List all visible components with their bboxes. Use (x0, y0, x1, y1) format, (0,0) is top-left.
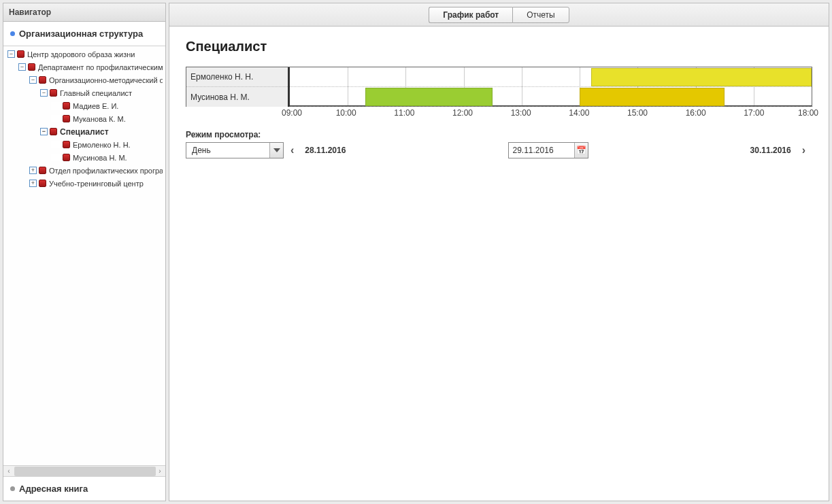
folder-icon (39, 167, 46, 174)
bullet-icon (10, 486, 15, 491)
viewmode-value: День (186, 146, 269, 155)
collapse-icon[interactable]: − (18, 63, 26, 71)
gantt-row-name: Мусинова Н. М. (186, 87, 288, 107)
tree-node[interactable]: Ермоленко Н. Н. (3, 138, 165, 151)
folder-icon (63, 115, 70, 122)
viewmode-label: Режим просмотра: (186, 130, 812, 139)
collapse-icon[interactable]: − (40, 128, 48, 135)
prev-date-label: 28.11.2016 (301, 146, 350, 155)
toggle-placeholder (51, 102, 61, 110)
folder-icon (63, 102, 70, 110)
nav-section-label: Адресная книга (19, 484, 88, 494)
time-tick: 14:00 (569, 108, 589, 118)
folder-icon (28, 63, 35, 71)
tree-node[interactable]: −Департамент по профилактическим п (3, 61, 165, 73)
scroll-right-icon[interactable]: › (154, 466, 165, 477)
horizontal-scrollbar[interactable]: ‹ › (3, 465, 165, 476)
folder-icon (39, 180, 46, 187)
time-tick: 16:00 (686, 108, 706, 118)
folder-icon (17, 50, 24, 58)
tree-node[interactable]: +Отдел профилактических програм (3, 164, 165, 177)
prev-date-button[interactable]: ‹ (284, 142, 301, 158)
top-tabs: График работ Отчеты (169, 3, 829, 27)
tree-node[interactable]: −Главный специалист (3, 86, 165, 99)
content-area: Специалист Ермоленко Н. Н.Мусинова Н. М.… (169, 27, 829, 171)
gantt-bar[interactable] (591, 68, 812, 86)
time-tick: 12:00 (452, 108, 473, 118)
tree-node-label: Мадиев Е. И. (73, 102, 118, 110)
tree-node[interactable]: Муканова К. М. (3, 112, 165, 125)
tab-reports[interactable]: Отчеты (512, 7, 569, 23)
collapse-icon[interactable]: − (29, 76, 37, 84)
gantt-row-name: Ермоленко Н. Н. (186, 67, 288, 87)
viewmode-select[interactable]: День (186, 142, 284, 158)
gantt-grid (288, 67, 812, 107)
tree-node-label: Муканова К. М. (73, 115, 126, 123)
tree-node-label: Ермоленко Н. Н. (73, 141, 131, 149)
tree-node[interactable]: +Учебно-тренинговый центр (3, 177, 165, 190)
tree-node[interactable]: −Организационно-методический от (3, 73, 165, 86)
time-tick: 15:00 (627, 108, 648, 118)
current-date-input[interactable]: 29.11.2016 📅 (508, 142, 588, 158)
folder-icon (63, 141, 70, 148)
tree-node-label: Департамент по профилактическим п (38, 63, 163, 71)
navigator-panel: Навигатор Организационная структура −Цен… (3, 3, 166, 501)
time-tick: 11:00 (394, 108, 414, 118)
dropdown-icon[interactable] (269, 143, 283, 158)
expand-icon[interactable]: + (29, 167, 37, 174)
nav-section-org-structure[interactable]: Организационная структура (3, 22, 165, 46)
gantt-bar[interactable] (580, 88, 725, 106)
tree-node-label: Специалист (60, 127, 109, 137)
time-tick: 18:00 (798, 108, 818, 118)
toggle-placeholder (51, 154, 61, 161)
scroll-thumb[interactable] (14, 467, 156, 476)
tree-node-label: Организационно-методический от (49, 76, 163, 84)
tree-node-label: Учебно-тренинговый центр (49, 180, 144, 188)
toggle-placeholder (51, 115, 61, 122)
next-date-button[interactable]: › (795, 142, 812, 158)
org-tree: −Центр здорового образа жизни−Департамен… (3, 46, 165, 465)
navigator-title: Навигатор (3, 3, 165, 22)
tree-node-label: Центр здорового образа жизни (27, 50, 135, 58)
collapse-icon[interactable]: − (40, 89, 48, 97)
nav-section-address-book[interactable]: Адресная книга (3, 476, 165, 501)
folder-icon (63, 154, 70, 161)
current-date-value: 29.11.2016 (509, 146, 574, 155)
calendar-icon[interactable]: 📅 (574, 143, 588, 158)
collapse-icon[interactable]: − (7, 50, 15, 58)
controls-bar: День ‹ 28.11.2016 29.11.2016 📅 30.11.201… (186, 142, 812, 158)
page-title: Специалист (186, 39, 812, 54)
time-tick: 17:00 (744, 108, 764, 118)
gantt-chart: Ермоленко Н. Н.Мусинова Н. М. (186, 67, 812, 107)
tree-node[interactable]: Мусинова Н. М. (3, 151, 165, 164)
next-date-label: 30.11.2016 (746, 146, 795, 155)
bullet-icon (10, 31, 15, 36)
tree-node[interactable]: −Специалист (3, 125, 165, 138)
tree-node-label: Мусинова Н. М. (73, 154, 127, 162)
folder-icon (39, 76, 46, 84)
nav-section-label: Организационная структура (19, 29, 143, 39)
tree-node-label: Главный специалист (60, 89, 132, 97)
time-tick: 10:00 (336, 108, 356, 118)
folder-icon (50, 128, 57, 135)
main-panel: График работ Отчеты Специалист Ермоленко… (169, 3, 829, 501)
tab-schedule[interactable]: График работ (429, 7, 512, 23)
time-tick: 13:00 (511, 108, 531, 118)
scroll-track[interactable] (14, 467, 154, 476)
time-tick: 09:00 (282, 108, 302, 118)
scroll-left-icon[interactable]: ‹ (3, 466, 14, 477)
gantt-row-names: Ермоленко Н. Н.Мусинова Н. М. (186, 67, 288, 107)
folder-icon (50, 89, 57, 97)
tree-node[interactable]: Мадиев Е. И. (3, 99, 165, 112)
toggle-placeholder (51, 141, 61, 148)
expand-icon[interactable]: + (29, 180, 37, 187)
tree-node-label: Отдел профилактических програм (49, 167, 163, 175)
gantt-time-axis: 09:0010:0011:0012:0013:0014:0015:0016:00… (288, 108, 812, 122)
gantt-bar[interactable] (365, 88, 493, 106)
tree-node[interactable]: −Центр здорового образа жизни (3, 48, 165, 61)
